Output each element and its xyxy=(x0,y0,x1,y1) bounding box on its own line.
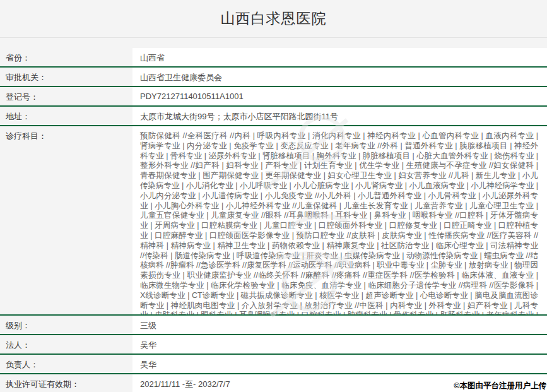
field-label: 法人： xyxy=(0,335,132,353)
page-title: 山西白求恩医院 xyxy=(221,9,327,28)
field-label: 省份： xyxy=(0,48,132,66)
info-row-level: 级别： 三级 xyxy=(0,316,547,335)
info-row-departments: 诊疗科目： 预防保健科 //全科医疗科 //内科 | 呼吸内科专业 | 消化内科… xyxy=(0,126,547,316)
field-value: PDY72127114010511A1001 xyxy=(132,87,547,105)
field-value: 太原市龙城大街99号；太原市小店区平阳路北园街11号 xyxy=(132,107,547,125)
field-value: 山西省卫生健康委员会 xyxy=(132,68,547,86)
field-label: 负责人： xyxy=(0,355,132,373)
info-row-registration-number: 登记号： PDY72127114010511A1001 xyxy=(0,87,547,107)
field-label: 级别： xyxy=(0,316,132,334)
info-row-approval-authority: 审批机关： 山西省卫生健康委员会 xyxy=(0,68,547,87)
field-label: 登记号： xyxy=(0,87,132,105)
info-row-legal-person: 法人： 吴华 xyxy=(0,335,547,355)
info-table: 省份： 山西省 审批机关： 山西省卫生健康委员会 登记号： PDY7212711… xyxy=(0,48,547,392)
upload-credit: ©本图由平台注册用户上传 xyxy=(454,381,546,391)
info-row-address: 地址： 太原市龙城大街99号；太原市小店区平阳路北园街11号 xyxy=(0,107,547,126)
field-value: 山西省 xyxy=(132,48,547,66)
header: 山西白求恩医院 xyxy=(0,0,547,38)
hospital-info-page: 山西白求恩医院 省份： 山西省 审批机关： 山西省卫生健康委员会 登记号： PD xyxy=(0,0,547,392)
field-value: 吴华 xyxy=(132,355,547,373)
field-label: 诊疗科目： xyxy=(0,126,132,314)
field-value: 吴华 xyxy=(132,335,547,353)
field-value: 三级 xyxy=(132,316,547,334)
header-spacer xyxy=(0,38,547,48)
info-row-person-in-charge: 负责人： 吴华 xyxy=(0,355,547,374)
field-label: 地址： xyxy=(0,107,132,125)
field-value: 预防保健科 //全科医疗科 //内科 | 呼吸内科专业 | 消化内科专业 | 神… xyxy=(132,126,547,314)
field-label: 执业许可证有效期： xyxy=(0,374,132,392)
info-row-province: 省份： 山西省 xyxy=(0,48,547,68)
field-label: 审批机关： xyxy=(0,68,132,86)
